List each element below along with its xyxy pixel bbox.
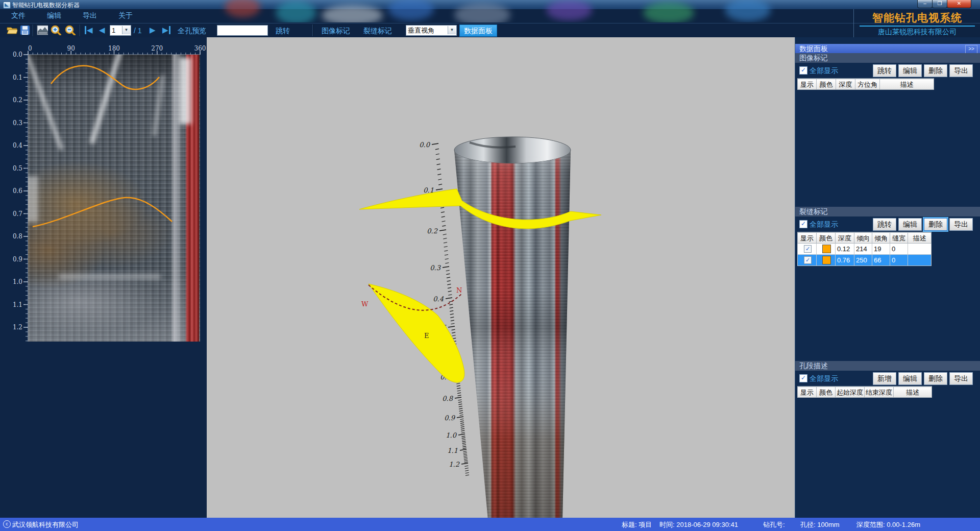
window-title: 智能钻孔电视数据分析器 — [12, 1, 80, 10]
toolbar-separator — [80, 25, 81, 36]
cylinder-depth-label: 1.1 — [447, 447, 458, 454]
column-header[interactable]: 起始深度 — [836, 387, 865, 398]
show-all-checkbox[interactable]: ✓ — [799, 374, 807, 382]
section-button-删除[interactable]: 删除 — [924, 218, 947, 231]
menu-item-2[interactable]: 编辑 — [47, 11, 61, 20]
section-button-编辑[interactable]: 编辑 — [898, 64, 922, 77]
save-icon[interactable] — [19, 25, 31, 35]
column-header[interactable]: 缝宽 — [890, 232, 908, 244]
fracture-sinusoid-lower[interactable] — [33, 198, 172, 227]
column-header[interactable]: 描述 — [894, 387, 932, 398]
cylinder-depth-label: 1.2 — [449, 461, 459, 468]
show-all-checkbox[interactable]: ✓ — [799, 220, 807, 228]
image-mark-button[interactable]: 图像标记 — [322, 27, 350, 36]
column-header[interactable]: 描述 — [880, 79, 934, 90]
collapse-panel-button[interactable]: >> — [965, 45, 977, 54]
jump-button[interactable]: 跳转 — [276, 27, 290, 36]
jump-depth-input[interactable] — [217, 25, 268, 36]
column-header[interactable]: 深度 — [836, 232, 854, 244]
cell-color — [817, 244, 836, 255]
section-controls-image_marks: ✓全部显示跳转编辑删除导出 — [795, 63, 980, 78]
column-header[interactable]: 显示 — [797, 79, 817, 90]
column-header[interactable]: 颜色 — [817, 79, 836, 90]
section-button-编辑[interactable]: 编辑 — [898, 218, 922, 231]
depth-tick-label: 1.1 — [13, 301, 22, 308]
cell-value: 0 — [890, 255, 908, 266]
depth-tick-label: 0.7 — [13, 210, 22, 218]
angle-tick-label: 0 — [28, 45, 32, 52]
copyright-icon: c — [3, 520, 11, 528]
page-number-input[interactable]: 1▼ — [110, 25, 131, 36]
cell-value: 19 — [872, 244, 890, 255]
view-select-arrow[interactable]: ▼ — [448, 26, 456, 34]
compass-west-label: W — [361, 300, 369, 308]
row-visible-checkbox[interactable]: ✓ — [804, 245, 812, 253]
maximize-button[interactable]: ❐ — [932, 0, 947, 8]
column-header[interactable]: 颜色 — [817, 387, 836, 398]
row-color-swatch[interactable] — [822, 245, 831, 253]
prev-page-button[interactable]: ◀ — [99, 26, 105, 34]
minimize-button[interactable]: – — [917, 0, 933, 8]
row-color-swatch[interactable] — [822, 256, 831, 264]
section-button-编辑[interactable]: 编辑 — [898, 372, 922, 385]
statusbar-diameter: 孔径: 100mm — [800, 520, 840, 529]
row-visible-checkbox[interactable]: ✓ — [804, 256, 812, 264]
section-button-跳转[interactable]: 跳转 — [873, 218, 896, 231]
cell-value — [908, 255, 932, 266]
table-row[interactable]: ✓0.12214190 — [797, 244, 932, 255]
brand-title: 智能钻孔电视系统 — [854, 11, 980, 25]
menu-item-3[interactable]: 导出 — [83, 11, 97, 20]
show-all-checkbox[interactable]: ✓ — [799, 66, 807, 75]
table-row[interactable]: ✓0.76250660 — [797, 255, 932, 266]
zoom-out-icon[interactable] — [64, 25, 76, 35]
statusbar-time: 时间: 2018-06-29 09:30:41 — [659, 520, 738, 529]
column-header[interactable]: 倾向 — [854, 232, 872, 244]
fracture-disc-lower[interactable] — [369, 284, 464, 382]
full-hole-preview-button[interactable]: 全孔预览 — [178, 27, 206, 36]
section-button-新增[interactable]: 新增 — [873, 372, 896, 385]
section-button-删除[interactable]: 删除 — [924, 372, 947, 385]
column-header[interactable]: 显示 — [797, 387, 817, 398]
zoom-in-icon[interactable] — [50, 25, 61, 35]
app-icon — [3, 2, 11, 9]
view-angle-select[interactable]: 垂直视角▼ — [406, 25, 457, 36]
brand-box: 智能钻孔电视系统 唐山莱锐思科技有限公司 — [853, 9, 980, 37]
column-header[interactable]: 显示 — [797, 232, 817, 244]
column-header[interactable]: 结束深度 — [865, 387, 894, 398]
data-panel-header[interactable]: 数据面板 >> — [795, 44, 980, 54]
title-bar[interactable] — [0, 0, 980, 10]
cell-show: ✓ — [797, 244, 817, 255]
fracture-mark-button[interactable]: 裂缝标记 — [363, 27, 392, 36]
close-button[interactable]: ✕ — [947, 0, 971, 8]
page-total-label: / 1 — [134, 27, 142, 35]
page-dropdown-arrow[interactable]: ▼ — [122, 26, 130, 34]
menu-item-4[interactable]: 关于 — [118, 11, 133, 20]
column-header[interactable]: 倾角 — [872, 232, 890, 244]
section-header-fracture_marks: 裂缝标记 — [795, 207, 980, 216]
section-button-导出[interactable]: 导出 — [949, 372, 973, 385]
section-button-删除[interactable]: 删除 — [924, 64, 947, 77]
column-header[interactable]: 颜色 — [817, 232, 836, 244]
borehole-3d-view[interactable]: 0.00.10.20.30.40.50.60.70.80.91.01.11.2 … — [207, 37, 795, 518]
cell-value: 66 — [872, 255, 890, 266]
cell-show: ✓ — [797, 255, 817, 266]
section-button-导出[interactable]: 导出 — [949, 64, 973, 77]
column-header[interactable]: 描述 — [908, 232, 932, 244]
menu-item-1[interactable]: 文件 — [11, 11, 26, 20]
first-page-button[interactable]: ◀ — [85, 26, 93, 34]
section-button-导出[interactable]: 导出 — [949, 218, 973, 231]
fracture-sinusoid-upper[interactable] — [51, 66, 159, 89]
section-button-跳转[interactable]: 跳转 — [873, 64, 896, 77]
data-panel-toggle-button[interactable]: 数据面板 — [459, 25, 497, 37]
next-page-button[interactable]: ▶ — [150, 26, 156, 34]
column-header[interactable]: 深度 — [836, 79, 855, 90]
cylinder-3d-scene: 0.00.10.20.30.40.50.60.70.80.91.01.11.2 … — [207, 37, 795, 518]
cell-value: 214 — [854, 244, 872, 255]
show-all-label: 全部显示 — [810, 374, 838, 383]
column-header[interactable]: 方位角 — [855, 79, 880, 90]
brand-underline — [860, 26, 975, 27]
open-file-icon[interactable] — [6, 25, 17, 35]
last-page-button[interactable]: ▶ — [162, 26, 170, 34]
cylinder-depth-label: 0.8 — [442, 395, 453, 402]
image-adjust-icon[interactable] — [37, 25, 48, 35]
